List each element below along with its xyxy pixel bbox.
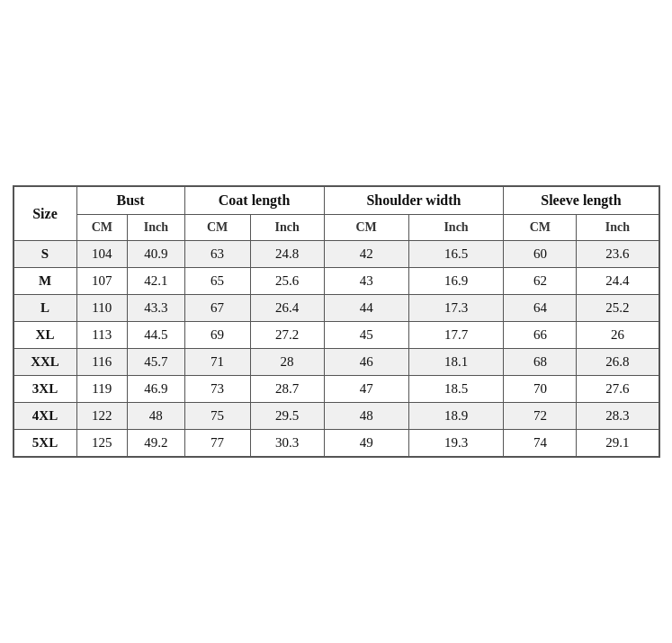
coat-cm-cell: 77 bbox=[184, 430, 250, 457]
size-header: Size bbox=[13, 187, 76, 241]
sleeve-inch-cell: 26.8 bbox=[577, 349, 659, 376]
coat-inch-cell: 26.4 bbox=[250, 295, 324, 322]
sleeve-cm-cell: 66 bbox=[504, 322, 577, 349]
size-cell: XXL bbox=[13, 349, 76, 376]
bust-cm-cell: 113 bbox=[76, 322, 128, 349]
size-cell: 4XL bbox=[13, 403, 76, 430]
bust-inch-cell: 45.7 bbox=[128, 349, 184, 376]
bust-cm-cell: 116 bbox=[76, 349, 128, 376]
sleeve-cm-cell: 62 bbox=[504, 268, 577, 295]
shoulder-inch-cell: 18.5 bbox=[408, 376, 504, 403]
bust-inch-cell: 48 bbox=[128, 403, 184, 430]
shoulder-inch-subheader: Inch bbox=[408, 215, 504, 241]
bust-cm-cell: 107 bbox=[76, 268, 128, 295]
coat-cm-cell: 65 bbox=[184, 268, 250, 295]
size-cell: L bbox=[13, 295, 76, 322]
sleeve-cm-cell: 60 bbox=[504, 241, 577, 268]
shoulder-inch-cell: 19.3 bbox=[408, 430, 504, 457]
coat-inch-cell: 27.2 bbox=[250, 322, 324, 349]
shoulder-inch-cell: 16.5 bbox=[408, 241, 504, 268]
coat-length-header: Coat length bbox=[184, 187, 324, 215]
bust-inch-cell: 40.9 bbox=[128, 241, 184, 268]
size-cell: 5XL bbox=[13, 430, 76, 457]
coat-inch-cell: 24.8 bbox=[250, 241, 324, 268]
coat-cm-cell: 75 bbox=[184, 403, 250, 430]
shoulder-cm-subheader: CM bbox=[324, 215, 408, 241]
size-chart-wrapper: Size Bust Coat length Shoulder width Sle… bbox=[13, 185, 660, 458]
bust-inch-subheader: Inch bbox=[128, 215, 184, 241]
sleeve-inch-cell: 26 bbox=[577, 322, 659, 349]
sleeve-length-header: Sleeve length bbox=[504, 187, 659, 215]
group-header-row: Size Bust Coat length Shoulder width Sle… bbox=[13, 187, 659, 215]
coat-cm-cell: 69 bbox=[184, 322, 250, 349]
sleeve-inch-cell: 23.6 bbox=[577, 241, 659, 268]
table-row: XL11344.56927.24517.76626 bbox=[13, 322, 659, 349]
bust-cm-cell: 110 bbox=[76, 295, 128, 322]
table-row: XXL11645.771284618.16826.8 bbox=[13, 349, 659, 376]
shoulder-inch-cell: 18.1 bbox=[408, 349, 504, 376]
sleeve-cm-cell: 72 bbox=[504, 403, 577, 430]
sleeve-inch-cell: 24.4 bbox=[577, 268, 659, 295]
shoulder-cm-cell: 44 bbox=[324, 295, 408, 322]
coat-cm-subheader: CM bbox=[184, 215, 250, 241]
shoulder-cm-cell: 48 bbox=[324, 403, 408, 430]
shoulder-cm-cell: 49 bbox=[324, 430, 408, 457]
table-row: 3XL11946.97328.74718.57027.6 bbox=[13, 376, 659, 403]
shoulder-cm-cell: 42 bbox=[324, 241, 408, 268]
bust-cm-cell: 119 bbox=[76, 376, 128, 403]
shoulder-cm-cell: 46 bbox=[324, 349, 408, 376]
coat-inch-cell: 28 bbox=[250, 349, 324, 376]
coat-cm-cell: 67 bbox=[184, 295, 250, 322]
sleeve-inch-subheader: Inch bbox=[577, 215, 659, 241]
table-row: M10742.16525.64316.96224.4 bbox=[13, 268, 659, 295]
shoulder-cm-cell: 43 bbox=[324, 268, 408, 295]
coat-inch-cell: 29.5 bbox=[250, 403, 324, 430]
bust-cm-cell: 122 bbox=[76, 403, 128, 430]
coat-cm-cell: 63 bbox=[184, 241, 250, 268]
coat-cm-cell: 73 bbox=[184, 376, 250, 403]
bust-cm-subheader: CM bbox=[76, 215, 128, 241]
shoulder-inch-cell: 16.9 bbox=[408, 268, 504, 295]
sleeve-inch-cell: 28.3 bbox=[577, 403, 659, 430]
size-cell: S bbox=[13, 241, 76, 268]
sleeve-cm-cell: 70 bbox=[504, 376, 577, 403]
subheader-row: CM Inch CM Inch CM Inch CM Inch bbox=[13, 215, 659, 241]
coat-inch-subheader: Inch bbox=[250, 215, 324, 241]
coat-cm-cell: 71 bbox=[184, 349, 250, 376]
bust-inch-cell: 43.3 bbox=[128, 295, 184, 322]
shoulder-width-header: Shoulder width bbox=[324, 187, 504, 215]
bust-inch-cell: 44.5 bbox=[128, 322, 184, 349]
size-cell: XL bbox=[13, 322, 76, 349]
table-row: S10440.96324.84216.56023.6 bbox=[13, 241, 659, 268]
sleeve-cm-cell: 64 bbox=[504, 295, 577, 322]
sleeve-cm-cell: 74 bbox=[504, 430, 577, 457]
bust-inch-cell: 49.2 bbox=[128, 430, 184, 457]
bust-inch-cell: 42.1 bbox=[128, 268, 184, 295]
size-cell: M bbox=[13, 268, 76, 295]
shoulder-inch-cell: 17.7 bbox=[408, 322, 504, 349]
size-cell: 3XL bbox=[13, 376, 76, 403]
shoulder-cm-cell: 45 bbox=[324, 322, 408, 349]
sleeve-inch-cell: 29.1 bbox=[577, 430, 659, 457]
bust-header: Bust bbox=[76, 187, 184, 215]
coat-inch-cell: 28.7 bbox=[250, 376, 324, 403]
coat-inch-cell: 30.3 bbox=[250, 430, 324, 457]
shoulder-inch-cell: 18.9 bbox=[408, 403, 504, 430]
bust-cm-cell: 104 bbox=[76, 241, 128, 268]
table-row: L11043.36726.44417.36425.2 bbox=[13, 295, 659, 322]
sleeve-cm-subheader: CM bbox=[504, 215, 577, 241]
table-row: 4XL122487529.54818.97228.3 bbox=[13, 403, 659, 430]
shoulder-inch-cell: 17.3 bbox=[408, 295, 504, 322]
bust-inch-cell: 46.9 bbox=[128, 376, 184, 403]
table-row: 5XL12549.27730.34919.37429.1 bbox=[13, 430, 659, 457]
sleeve-inch-cell: 27.6 bbox=[577, 376, 659, 403]
bust-cm-cell: 125 bbox=[76, 430, 128, 457]
sleeve-cm-cell: 68 bbox=[504, 349, 577, 376]
coat-inch-cell: 25.6 bbox=[250, 268, 324, 295]
sleeve-inch-cell: 25.2 bbox=[577, 295, 659, 322]
shoulder-cm-cell: 47 bbox=[324, 376, 408, 403]
size-chart-table: Size Bust Coat length Shoulder width Sle… bbox=[13, 186, 659, 457]
